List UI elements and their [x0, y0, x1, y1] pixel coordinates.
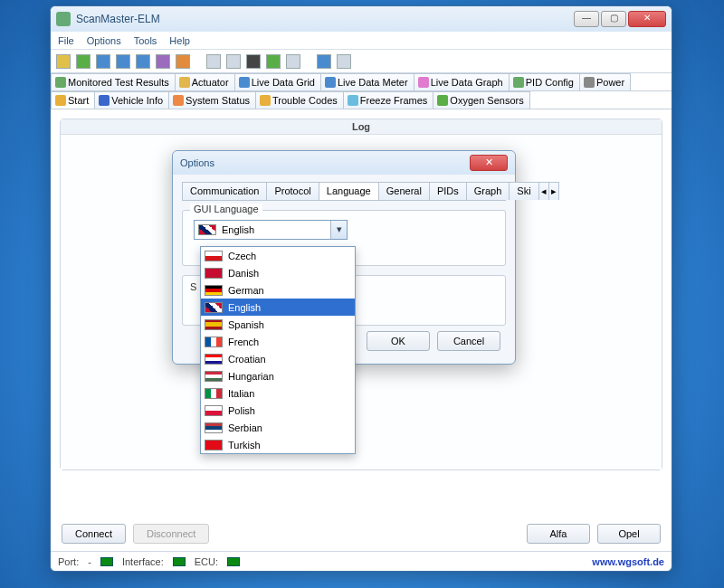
tab-protocol[interactable]: Protocol	[266, 182, 319, 200]
led-ecu	[227, 557, 240, 566]
tool-icon[interactable]	[226, 54, 241, 69]
language-option-label: Italian	[228, 388, 254, 399]
tab-scroll-right[interactable]: ▸	[548, 182, 559, 200]
flag-icon	[205, 285, 223, 296]
language-option-it[interactable]: Italian	[201, 384, 355, 402]
tab-language[interactable]: Language	[319, 182, 379, 200]
language-option-en[interactable]: English	[201, 299, 355, 316]
tab-actuator[interactable]: Actuator	[175, 73, 235, 90]
status-port-label: Port:	[58, 556, 79, 567]
tab-graph[interactable]: Graph	[466, 182, 510, 200]
language-option-label: Croatian	[228, 354, 266, 365]
site-link[interactable]: www.wgsoft.de	[592, 556, 664, 567]
tab-general[interactable]: General	[378, 182, 430, 200]
flag-icon	[205, 405, 223, 416]
chevron-down-icon[interactable]: ▾	[330, 221, 347, 239]
status-port-value: -	[88, 556, 91, 567]
tab-ski[interactable]: Ski	[509, 182, 538, 200]
tab-communication[interactable]: Communication	[182, 182, 267, 200]
app-icon	[56, 12, 71, 26]
flag-icon	[198, 224, 216, 235]
tool-icon[interactable]	[116, 54, 130, 69]
opel-button[interactable]: Opel	[597, 524, 661, 544]
language-option-dk[interactable]: Danish	[201, 264, 355, 281]
tab-start[interactable]: Start	[51, 91, 95, 109]
flag-icon	[205, 268, 223, 279]
tab-live-graph[interactable]: Live Data Graph	[414, 73, 510, 90]
language-combobox[interactable]: English ▾	[194, 220, 348, 240]
language-option-pl[interactable]: Polish	[201, 402, 355, 419]
tab-vehicle-info[interactable]: Vehicle Info	[94, 91, 169, 109]
language-option-hr[interactable]: Croatian	[201, 350, 355, 367]
tool-icon[interactable]	[286, 54, 300, 69]
tab-pids[interactable]: PIDs	[429, 182, 467, 200]
tool-icon[interactable]	[56, 54, 71, 69]
maximize-button[interactable]: ▢	[601, 11, 626, 27]
tab-monitored[interactable]: Monitored Test Results	[51, 73, 176, 90]
connect-button[interactable]: Connect	[62, 524, 126, 544]
tool-icon[interactable]	[156, 54, 170, 69]
tab-power[interactable]: Power	[579, 73, 631, 90]
bottom-buttons: Connect Disconnect Alfa Opel	[62, 524, 661, 544]
language-dropdown[interactable]: CzechDanishGermanEnglishSpanishFrenchCro…	[200, 246, 356, 454]
tab-live-grid[interactable]: Live Data Grid	[234, 73, 321, 90]
language-option-label: Danish	[228, 268, 259, 279]
tab-system-status[interactable]: System Status	[168, 91, 256, 109]
language-option-es[interactable]: Spanish	[201, 316, 355, 333]
language-option-label: English	[228, 302, 261, 313]
flag-icon	[205, 337, 223, 347]
tool-icon[interactable]	[246, 54, 261, 69]
tool-icon[interactable]	[136, 54, 150, 69]
language-option-hu[interactable]: Hungarian	[201, 367, 355, 384]
tool-icon[interactable]	[76, 54, 90, 69]
app-title: ScanMaster-ELM	[76, 13, 574, 25]
log-title: Log	[61, 119, 662, 135]
language-option-label: Turkish	[228, 440, 261, 450]
menubar: File Options Tools Help	[51, 32, 672, 50]
flag-icon	[205, 302, 223, 313]
tool-icon[interactable]	[337, 54, 351, 69]
language-option-fr[interactable]: French	[201, 333, 355, 350]
language-option-tr[interactable]: Turkish	[201, 436, 355, 453]
menu-options[interactable]: Options	[87, 35, 121, 46]
language-option-label: German	[228, 285, 264, 296]
tool-icon[interactable]	[206, 54, 221, 69]
flag-icon	[205, 371, 223, 382]
tool-icon[interactable]	[96, 54, 110, 69]
info-icon[interactable]	[317, 54, 331, 69]
menu-help[interactable]: Help	[169, 35, 190, 46]
titlebar[interactable]: ScanMaster-ELM — ▢ ✕	[51, 6, 672, 32]
close-button[interactable]: ✕	[628, 11, 666, 27]
tab-live-meter[interactable]: Live Data Meter	[320, 73, 414, 90]
tool-icon[interactable]	[176, 54, 190, 69]
dialog-titlebar[interactable]: Options ✕	[173, 151, 515, 175]
flag-icon	[205, 319, 223, 330]
language-option-rs[interactable]: Serbian	[201, 419, 355, 436]
cancel-button[interactable]: Cancel	[437, 331, 500, 351]
dialog-close-button[interactable]: ✕	[470, 155, 508, 171]
language-option-label: Serbian	[228, 422, 262, 433]
tabs-row-1: Monitored Test Results Actuator Live Dat…	[51, 73, 672, 91]
language-option-cz[interactable]: Czech	[201, 247, 355, 264]
flag-icon	[205, 440, 223, 450]
tab-oxygen-sensors[interactable]: Oxygen Sensors	[433, 91, 529, 109]
alfa-button[interactable]: Alfa	[527, 524, 590, 544]
tool-icon[interactable]	[266, 54, 281, 69]
minimize-button[interactable]: —	[574, 11, 599, 27]
tab-pid-config[interactable]: PID Config	[509, 73, 580, 90]
flag-icon	[205, 354, 223, 365]
menu-tools[interactable]: Tools	[134, 35, 157, 46]
ok-button[interactable]: OK	[367, 331, 430, 351]
status-ecu-label: ECU:	[195, 556, 218, 567]
tab-trouble-codes[interactable]: Trouble Codes	[255, 91, 344, 109]
flag-icon	[205, 388, 223, 399]
flag-icon	[205, 422, 223, 433]
dialog-tabs: Communication Protocol Language General …	[182, 182, 506, 201]
status-iface-label: Interface:	[122, 556, 164, 567]
language-option-label: Spanish	[228, 319, 264, 330]
menu-file[interactable]: File	[58, 35, 74, 46]
language-option-de[interactable]: German	[201, 281, 355, 299]
secondary-fieldset-label: S	[190, 281, 196, 292]
tab-freeze-frames[interactable]: Freeze Frames	[343, 91, 434, 109]
language-option-label: Czech	[228, 251, 256, 261]
